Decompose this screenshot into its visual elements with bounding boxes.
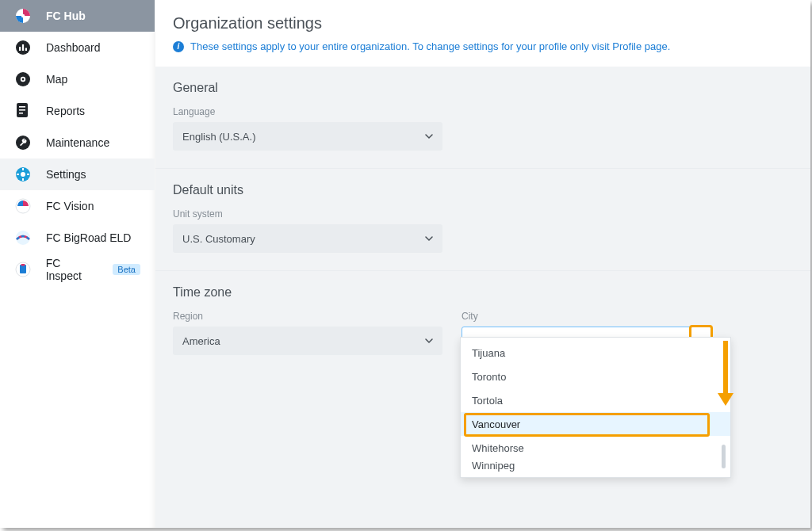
- page-title: Organization settings: [173, 14, 793, 32]
- chevron-down-icon: [425, 337, 433, 345]
- map-pin-icon: [14, 71, 32, 88]
- svg-rect-16: [22, 168, 24, 170]
- svg-rect-11: [19, 109, 25, 111]
- svg-rect-3: [19, 47, 21, 51]
- svg-rect-24: [21, 264, 25, 266]
- svg-rect-5: [25, 48, 27, 52]
- city-label: City: [462, 311, 712, 322]
- sidebar-item-label: Settings: [46, 168, 86, 181]
- svg-rect-4: [22, 44, 24, 51]
- chevron-down-icon: [425, 132, 433, 140]
- wrench-icon: [14, 134, 32, 151]
- sidebar-item-fc-vision[interactable]: FC Vision: [0, 190, 155, 222]
- city-option-tortola[interactable]: Tortola: [461, 388, 730, 412]
- svg-rect-10: [19, 106, 25, 108]
- city-option-toronto[interactable]: Toronto: [461, 365, 730, 388]
- info-icon: i: [173, 41, 184, 52]
- section-general: General Language English (U.S.A.): [155, 67, 810, 169]
- svg-rect-18: [17, 174, 19, 175]
- sidebar-item-label: FC Hub: [46, 10, 86, 22]
- sidebar-item-dashboard[interactable]: Dashboard: [0, 32, 155, 63]
- gear-icon: [14, 166, 32, 183]
- sidebar-item-label: FC Vision: [46, 200, 94, 212]
- page-header: Organization settings i These settings a…: [155, 0, 810, 67]
- region-select[interactable]: America: [173, 327, 442, 355]
- svg-rect-23: [20, 265, 26, 273]
- svg-rect-19: [27, 174, 29, 175]
- svg-rect-17: [22, 178, 24, 181]
- language-label: Language: [173, 106, 793, 117]
- sidebar-item-label: FC Inspect: [46, 257, 99, 282]
- dropdown-scrollbar[interactable]: [722, 445, 726, 468]
- svg-point-15: [21, 172, 25, 177]
- reports-icon: [14, 102, 32, 120]
- sidebar-item-maintenance[interactable]: Maintenance: [0, 127, 155, 159]
- info-text: These settings apply to your entire orga…: [190, 40, 670, 52]
- sidebar-item-label: Map: [46, 73, 67, 86]
- fc-bigroad-icon: [14, 229, 32, 246]
- city-dropdown-panel: Tijuana Toronto Tortola Vancouver Whiteh…: [460, 337, 731, 478]
- fc-hub-logo-icon: [14, 7, 32, 25]
- beta-badge: Beta: [113, 264, 140, 275]
- section-default-units: Default units Unit system U.S. Customary: [155, 169, 810, 271]
- section-title-timezone: Time zone: [173, 285, 793, 300]
- region-label: Region: [173, 311, 442, 322]
- sidebar-item-fc-bigroad[interactable]: FC BigRoad ELD: [0, 222, 155, 254]
- dashboard-icon: [14, 39, 32, 56]
- sidebar: FC Hub Dashboard Map Reports Maintenance: [0, 0, 155, 528]
- language-select[interactable]: English (U.S.A.): [173, 122, 442, 151]
- fc-inspect-icon: [14, 261, 32, 278]
- sidebar-item-fc-inspect[interactable]: FC Inspect Beta: [0, 254, 155, 285]
- city-option-tijuana[interactable]: Tijuana: [461, 341, 730, 365]
- svg-point-8: [22, 78, 25, 81]
- section-title-units: Default units: [173, 183, 793, 197]
- unit-system-label: Unit system: [173, 208, 793, 220]
- sidebar-item-label: FC BigRoad ELD: [46, 231, 131, 244]
- chevron-down-icon: [425, 235, 433, 243]
- city-option-vancouver[interactable]: Vancouver: [461, 412, 730, 436]
- sidebar-item-fc-hub[interactable]: FC Hub: [0, 0, 155, 32]
- svg-rect-12: [19, 113, 23, 114]
- city-option-partial[interactable]: Winnipeg: [461, 460, 730, 474]
- region-value: America: [182, 335, 220, 347]
- unit-system-select[interactable]: U.S. Customary: [173, 224, 442, 253]
- sidebar-item-label: Reports: [46, 105, 85, 117]
- sidebar-item-map[interactable]: Map: [0, 63, 155, 95]
- sidebar-item-label: Maintenance: [46, 136, 109, 149]
- unit-system-value: U.S. Customary: [182, 233, 255, 245]
- svg-point-1: [21, 14, 25, 17]
- sidebar-item-label: Dashboard: [46, 41, 101, 54]
- fc-vision-icon: [14, 197, 32, 215]
- section-title-general: General: [173, 81, 793, 95]
- city-option-whitehorse[interactable]: Whitehorse: [461, 436, 730, 460]
- language-value: English (U.S.A.): [182, 131, 255, 143]
- sidebar-item-settings[interactable]: Settings: [0, 159, 155, 190]
- sidebar-item-reports[interactable]: Reports: [0, 95, 155, 127]
- info-banner: i These settings apply to your entire or…: [173, 40, 793, 52]
